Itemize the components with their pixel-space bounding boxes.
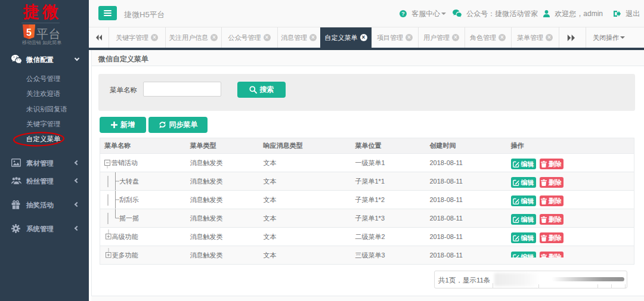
svg-text:5: 5 [26, 27, 32, 38]
svg-text:?: ? [401, 11, 405, 17]
